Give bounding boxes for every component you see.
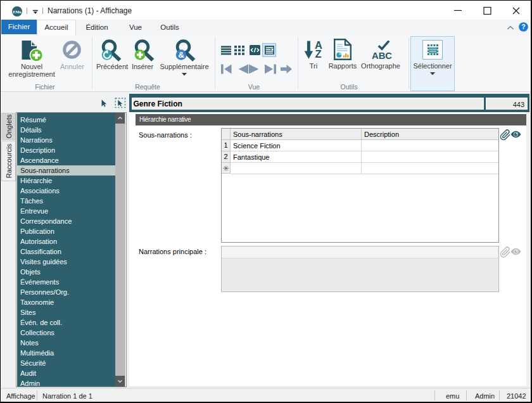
svg-text:ABC: ABC [372, 50, 392, 60]
svg-text:Raccourcis: Raccourcis [5, 143, 13, 178]
svg-text:Onglets: Onglets [5, 114, 13, 138]
svg-text:EMu: EMu [13, 10, 22, 14]
svg-text:?: ? [521, 23, 525, 30]
svg-text:&: & [178, 50, 184, 60]
svg-text:Z: Z [315, 48, 321, 60]
